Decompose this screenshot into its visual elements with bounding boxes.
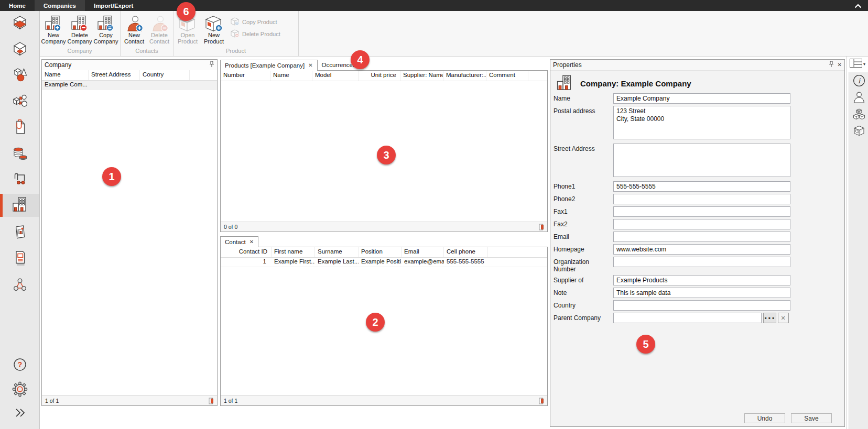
sidebar-item-catalog[interactable] — [0, 222, 39, 245]
copy-company-button[interactable]: Copy Company — [93, 13, 119, 48]
supplier-of-field[interactable] — [613, 275, 790, 285]
close-icon[interactable]: ✕ — [249, 239, 254, 245]
delete-company-button[interactable]: Delete Company — [67, 13, 93, 48]
ribbon-group-contacts-label: Contacts — [121, 48, 173, 56]
new-product-button[interactable]: New Product — [201, 13, 227, 48]
annotation-badge-4: 4 — [351, 50, 370, 69]
parent-company-field[interactable] — [613, 313, 762, 323]
field-label-country: Country — [554, 300, 613, 309]
sidebar-item-linked-cubes[interactable] — [0, 91, 39, 114]
table-row[interactable]: Example Com... — [42, 81, 217, 90]
column-header-name[interactable]: Name — [42, 70, 89, 80]
titlebar: Home Companies Import/Export — [0, 0, 868, 11]
tab-occurrences-label: Occurrences — [322, 62, 356, 68]
country-field[interactable] — [613, 300, 790, 311]
sidebar-item-expand[interactable] — [0, 402, 39, 425]
company-panel-title: Company — [45, 61, 71, 69]
properties-form: NamePostal addressStreet AddressPhone1Ph… — [554, 93, 790, 325]
sidebar-item-settings[interactable] — [0, 379, 39, 402]
note-field[interactable] — [613, 288, 790, 298]
tab-contact[interactable]: Contact ✕ — [220, 236, 258, 247]
contacts-tab-button[interactable] — [853, 92, 865, 105]
delete-contact-button[interactable]: Delete Contact — [147, 13, 172, 48]
copy-product-button[interactable]: Copy Product — [230, 17, 280, 27]
property-row-phone2: Phone2 — [554, 194, 790, 204]
property-row-parent-company: Parent Company■ ■ ■✕ — [554, 313, 790, 323]
new-contact-icon — [125, 14, 143, 32]
sidebar-item-shapes[interactable] — [0, 64, 39, 87]
sidebar-item-handtruck[interactable] — [0, 168, 39, 191]
column-header-cell-phone[interactable]: Cell phone — [444, 247, 488, 257]
postal-address-field[interactable] — [613, 106, 790, 139]
column-header-number[interactable]: Number — [221, 71, 270, 81]
new-contact-button[interactable]: New Contact — [122, 13, 147, 48]
tab-home[interactable]: Home — [0, 0, 35, 11]
open-product-label-1: Open — [181, 32, 195, 38]
column-header-contact-id[interactable]: Contact ID — [221, 247, 272, 257]
clear-icon[interactable]: ✕ — [778, 313, 789, 323]
layout-panel-button[interactable]: ▾ — [850, 59, 867, 70]
column-header-name[interactable]: Name — [270, 71, 312, 81]
phone1-field[interactable] — [613, 181, 790, 192]
column-header-supplier-name[interactable]: Supplier: Name — [400, 71, 443, 81]
cubes-icon — [853, 108, 865, 123]
sidebar-item-report[interactable] — [0, 247, 39, 270]
new-company-button[interactable]: New Company — [40, 13, 67, 48]
browse-button[interactable]: ■ ■ ■ — [763, 313, 776, 323]
column-header-surname[interactable]: Surname — [315, 247, 359, 257]
table-row[interactable]: 1Example First...Example Last...Example … — [221, 258, 547, 267]
close-icon[interactable]: ✕ — [838, 62, 842, 68]
column-header-country[interactable]: Country — [140, 70, 190, 80]
products-tab-button[interactable] — [853, 109, 865, 122]
column-header-street-address[interactable]: Street Address — [89, 70, 140, 80]
box-tab-button[interactable] — [853, 126, 865, 138]
organization-number-field[interactable] — [613, 257, 790, 267]
field-label-homepage: Homepage — [554, 244, 613, 253]
column-header-model[interactable]: Model — [312, 71, 359, 81]
column-header-first-name[interactable]: First name — [272, 247, 315, 257]
sidebar-item-attachment[interactable] — [0, 117, 39, 140]
sidebar-item-companies[interactable] — [0, 194, 39, 217]
phone2-field[interactable] — [613, 194, 790, 204]
book-icon — [539, 224, 545, 230]
sidebar-item-cube[interactable] — [0, 12, 39, 35]
fax2-field[interactable] — [613, 219, 790, 229]
pin-icon[interactable] — [209, 61, 214, 69]
column-header-manufacturer[interactable]: Manufacturer:... — [443, 71, 486, 81]
tab-import-export[interactable]: Import/Export — [85, 0, 142, 11]
properties-panel: Properties ✕ Company: Example Company Na… — [550, 59, 845, 427]
column-header-email[interactable]: Email — [402, 247, 444, 257]
tab-companies[interactable]: Companies — [35, 0, 85, 11]
field-label-postal-address: Postal address — [554, 106, 613, 115]
sidebar-item-coins[interactable] — [0, 143, 39, 166]
tab-products[interactable]: Products [Example Company] ✕ — [220, 60, 318, 71]
save-button[interactable]: Save — [791, 413, 832, 423]
pin-icon[interactable] — [829, 61, 834, 69]
name-field[interactable] — [613, 93, 790, 104]
undo-button[interactable]: Undo — [744, 413, 785, 423]
info-tab-button[interactable]: i — [853, 75, 865, 88]
delete-product-icon — [230, 29, 240, 39]
column-header-comment[interactable]: Comment — [486, 71, 528, 81]
field-label-note: Note — [554, 288, 613, 296]
right-icon-strip: i — [849, 72, 868, 429]
column-header-position[interactable]: Position — [359, 247, 402, 257]
fax1-field[interactable] — [613, 206, 790, 217]
company-table: NameStreet AddressCountryExample Com... — [42, 70, 217, 395]
collapse-ribbon-icon[interactable] — [854, 1, 862, 10]
homepage-field[interactable] — [613, 244, 790, 255]
sidebar-item-help[interactable]: ? — [0, 354, 39, 377]
properties-titlebar: Properties ✕ — [550, 60, 844, 71]
dropdown-caret-icon: ▾ — [863, 62, 865, 67]
email-field[interactable] — [613, 232, 790, 242]
street-address-field[interactable] — [613, 144, 790, 177]
column-header-unit-price[interactable]: Unit price — [359, 71, 400, 81]
ribbon: New Company Delete Company Copy Company … — [39, 11, 868, 57]
sidebar-item-network[interactable] — [0, 274, 39, 298]
sidebar-item-cube-outline[interactable] — [0, 38, 39, 61]
close-icon[interactable]: ✕ — [308, 63, 312, 68]
network-icon — [12, 277, 28, 295]
column-header-filler — [190, 70, 217, 80]
book-icon — [209, 398, 215, 404]
delete-product-button[interactable]: Delete Product — [230, 29, 280, 39]
